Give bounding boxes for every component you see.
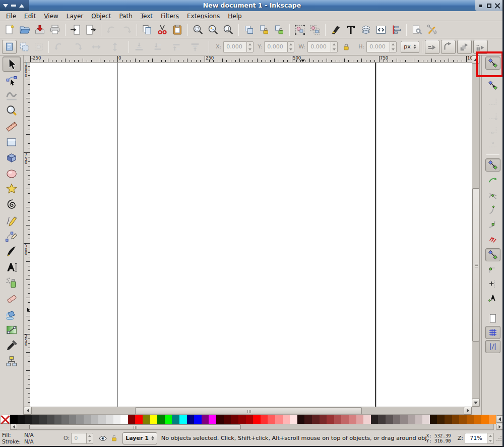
palette-swatch-23[interactable]: [179, 415, 187, 424]
w-field-stepper[interactable]: [331, 41, 338, 52]
palette-swatch-42[interactable]: [320, 415, 327, 424]
scroll-up-button[interactable]: [472, 55, 480, 64]
palette-swatch-56[interactable]: [422, 415, 430, 424]
palette-swatch-52[interactable]: [393, 415, 401, 424]
menu-layer[interactable]: Layer: [62, 12, 87, 21]
palette-swatch-7[interactable]: [61, 415, 69, 424]
lower-button[interactable]: [150, 40, 165, 54]
canvas[interactable]: [30, 63, 472, 407]
palette-swatch-30[interactable]: [231, 415, 238, 424]
menu-path[interactable]: Path: [115, 12, 136, 21]
zoom-spinner[interactable]: 71%: [465, 433, 494, 444]
snap-enable-button[interactable]: [485, 57, 500, 70]
maximize-button[interactable]: [485, 2, 492, 9]
tool-calligraphy-button[interactable]: [3, 244, 21, 259]
menu-edit[interactable]: Edit: [20, 12, 40, 21]
palette-swatch-36[interactable]: [275, 415, 283, 424]
tool-tweak-button[interactable]: [3, 88, 21, 103]
menu-file[interactable]: File: [2, 12, 20, 21]
palette-swatch-31[interactable]: [238, 415, 246, 424]
snap-text-baselines-button[interactable]: [485, 292, 500, 305]
vertical-scrollbar[interactable]: [472, 55, 480, 407]
menu-help[interactable]: Help: [224, 12, 245, 21]
unlink-clone-button[interactable]: [272, 22, 287, 37]
tool-gradient-button[interactable]: [3, 322, 21, 338]
h-field-stepper[interactable]: [390, 41, 397, 52]
palette-swatch-19[interactable]: [150, 415, 158, 424]
palette-swatch-50[interactable]: [378, 415, 386, 424]
fill-stroke-dialog-button[interactable]: [328, 22, 343, 37]
palette-swatch-17[interactable]: [135, 415, 143, 424]
flip-vertical-button[interactable]: [107, 40, 122, 54]
tool-paint-bucket-button[interactable]: [3, 307, 21, 322]
snap-bbox-corners-button[interactable]: [485, 109, 500, 122]
palette-swatch-35[interactable]: [268, 415, 275, 424]
scale-stroke-width-button[interactable]: [425, 40, 439, 54]
transform-patterns-button[interactable]: [473, 40, 488, 54]
horizontal-scroll-thumb[interactable]: [135, 407, 362, 414]
clone-button[interactable]: [257, 22, 272, 37]
tool-spiral-button[interactable]: [3, 197, 21, 212]
palette-swatch-4[interactable]: [39, 415, 47, 424]
palette-swatch-11[interactable]: [91, 415, 99, 424]
layer-lock-button[interactable]: [108, 433, 119, 444]
palette-swatch-51[interactable]: [386, 415, 393, 424]
tool-spray-button[interactable]: [3, 275, 21, 291]
palette-swatch-44[interactable]: [334, 415, 342, 424]
opacity-spinner[interactable]: 0: [71, 433, 93, 444]
palette-swatch-46[interactable]: [349, 415, 356, 424]
tool-bezier-pen-button[interactable]: [3, 229, 21, 244]
select-all-button[interactable]: [2, 40, 17, 54]
zoom-page-button[interactable]: [221, 22, 236, 37]
deselect-button[interactable]: [31, 40, 46, 54]
snap-bounding-box-button[interactable]: [485, 79, 500, 92]
palette-swatch-6[interactable]: [54, 415, 62, 424]
copy-button[interactable]: [140, 22, 155, 37]
snap-nodes-button[interactable]: [485, 158, 500, 172]
tool-box-3d-button[interactable]: [3, 150, 21, 165]
tool-ellipse-button[interactable]: [3, 166, 21, 181]
palette-swatch-34[interactable]: [261, 415, 268, 424]
palette-swatch-24[interactable]: [187, 415, 195, 424]
palette-prev-button[interactable]: [496, 415, 503, 423]
duplicate-button[interactable]: [241, 22, 257, 37]
snap-bbox-edge-midpoints-button[interactable]: [485, 123, 500, 136]
palette-swatch-47[interactable]: [356, 415, 364, 424]
palette-swatch-54[interactable]: [408, 415, 415, 424]
palette-swatch-25[interactable]: [194, 415, 202, 424]
palette-swatch-27[interactable]: [209, 415, 216, 424]
tool-text-button[interactable]: [3, 260, 21, 275]
snap-to-path-intersections-button[interactable]: [485, 189, 500, 202]
tool-dropper-button[interactable]: [3, 338, 21, 353]
palette-swatch-32[interactable]: [246, 415, 254, 424]
horizontal-scrollbar[interactable]: [24, 407, 472, 415]
palette-swatch-57[interactable]: [430, 415, 437, 424]
y-field-value[interactable]: 0.000: [264, 41, 287, 52]
x-field-stepper[interactable]: [246, 41, 254, 52]
save-document-button[interactable]: [32, 22, 47, 37]
palette-swatch-41[interactable]: [312, 415, 320, 424]
raise-button[interactable]: [169, 40, 183, 54]
close-button[interactable]: [494, 2, 501, 9]
snap-to-smooth-nodes-button[interactable]: [485, 218, 500, 231]
document-properties-button[interactable]: [409, 22, 424, 37]
ungroup-button[interactable]: [307, 22, 323, 37]
snap-page-border-button[interactable]: [485, 312, 500, 325]
x-field-value[interactable]: 0.000: [223, 41, 246, 52]
palette-swatch-20[interactable]: [157, 415, 165, 424]
zoom-selection-button[interactable]: [191, 22, 206, 37]
palette-swatch-65[interactable]: [489, 415, 496, 424]
cut-button[interactable]: [155, 22, 170, 37]
export-button[interactable]: [83, 22, 98, 37]
palette-swatch-14[interactable]: [113, 415, 121, 424]
tool-connector-button[interactable]: [3, 354, 21, 369]
h-field-value[interactable]: 0.000: [366, 41, 390, 52]
tool-selector-button[interactable]: [3, 57, 21, 72]
tool-node-editor-button[interactable]: [3, 72, 21, 87]
palette-swatch-49[interactable]: [371, 415, 379, 424]
tool-rectangle-button[interactable]: [3, 135, 21, 150]
menu-extensions[interactable]: Extensions: [183, 12, 224, 21]
scroll-left-button[interactable]: [24, 407, 32, 415]
opacity-value[interactable]: 0: [71, 433, 86, 444]
snap-grids-button[interactable]: [485, 326, 500, 339]
